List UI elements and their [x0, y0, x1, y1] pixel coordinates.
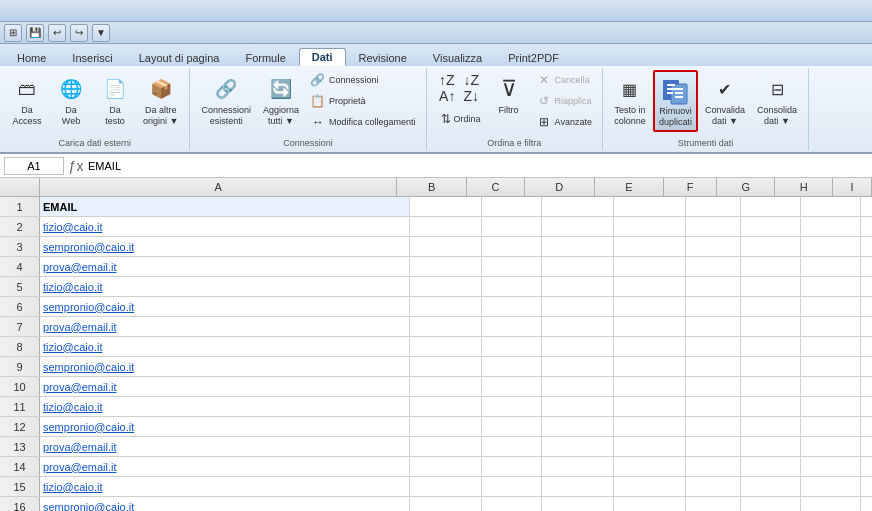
cell-empty[interactable]: [686, 237, 741, 256]
cell-empty[interactable]: [614, 237, 686, 256]
cell-empty[interactable]: [861, 217, 872, 236]
cell-empty[interactable]: [482, 317, 542, 336]
cell-empty[interactable]: [801, 497, 861, 511]
cell-empty[interactable]: [482, 217, 542, 236]
email-link[interactable]: prova@email.it: [43, 261, 117, 273]
cell-empty[interactable]: [614, 437, 686, 456]
cell-a8[interactable]: tizio@caio.it: [40, 337, 410, 356]
undo-btn[interactable]: ↩: [48, 24, 66, 42]
btn-filtro[interactable]: ⊽ Filtro: [488, 70, 530, 119]
cell-empty[interactable]: [861, 497, 872, 511]
cell-empty[interactable]: [861, 237, 872, 256]
cell-empty[interactable]: [741, 257, 801, 276]
cell-empty[interactable]: [542, 377, 614, 396]
email-link[interactable]: sempronio@caio.it: [43, 421, 134, 433]
btn-testo-colonne[interactable]: ▦ Testo incolonne: [609, 70, 651, 130]
tab-visualizza[interactable]: Visualizza: [420, 49, 495, 66]
cell-empty[interactable]: [614, 297, 686, 316]
office-button[interactable]: ⊞: [4, 24, 22, 42]
cell-empty[interactable]: [686, 457, 741, 476]
cell-empty[interactable]: [614, 377, 686, 396]
cell-a2[interactable]: tizio@caio.it: [40, 217, 410, 236]
cell-empty[interactable]: [686, 357, 741, 376]
col-header-g[interactable]: G: [717, 178, 775, 196]
cell-empty[interactable]: [741, 297, 801, 316]
email-link[interactable]: sempronio@caio.it: [43, 241, 134, 253]
cell-empty[interactable]: [861, 377, 872, 396]
cell-empty[interactable]: [741, 397, 801, 416]
cell-empty[interactable]: [686, 217, 741, 236]
email-link[interactable]: prova@email.it: [43, 381, 117, 393]
cell-empty[interactable]: [410, 397, 482, 416]
cell-empty[interactable]: [542, 317, 614, 336]
btn-da-altre[interactable]: 📦 Da altreorigini ▼: [138, 70, 183, 130]
cell-a4[interactable]: prova@email.it: [40, 257, 410, 276]
cell-a12[interactable]: sempronio@caio.it: [40, 417, 410, 436]
cell-empty[interactable]: [542, 297, 614, 316]
col-header-c[interactable]: C: [467, 178, 525, 196]
cell-empty[interactable]: [861, 417, 872, 436]
cell-empty[interactable]: [410, 457, 482, 476]
sort-za-btn[interactable]: ↓ZZ↓: [460, 70, 482, 106]
cell-empty[interactable]: [801, 417, 861, 436]
col-header-i[interactable]: I: [833, 178, 872, 196]
col-header-d[interactable]: D: [525, 178, 595, 196]
btn-connessioni-esistenti[interactable]: 🔗 Connessioniesistenti: [196, 70, 256, 130]
cell-empty[interactable]: [801, 217, 861, 236]
tab-layout[interactable]: Layout di pagina: [126, 49, 233, 66]
email-link[interactable]: tizio@caio.it: [43, 281, 102, 293]
cell-empty[interactable]: [741, 477, 801, 496]
cell-empty[interactable]: [741, 497, 801, 511]
cell-empty[interactable]: [482, 457, 542, 476]
cell-empty[interactable]: [410, 357, 482, 376]
cell-a10[interactable]: prova@email.it: [40, 377, 410, 396]
cell-a13[interactable]: prova@email.it: [40, 437, 410, 456]
cell-empty[interactable]: [614, 337, 686, 356]
cell-a14[interactable]: prova@email.it: [40, 457, 410, 476]
col-header-b[interactable]: B: [397, 178, 467, 196]
cell-empty[interactable]: [686, 197, 741, 216]
cell-empty[interactable]: [542, 397, 614, 416]
btn-ordina[interactable]: ⇅ Ordina: [433, 108, 486, 130]
cell-empty[interactable]: [614, 277, 686, 296]
cell-empty[interactable]: [861, 457, 872, 476]
cell-empty[interactable]: [741, 437, 801, 456]
cell-empty[interactable]: [861, 337, 872, 356]
col-header-f[interactable]: F: [664, 178, 717, 196]
cell-empty[interactable]: [801, 297, 861, 316]
cell-empty[interactable]: [410, 237, 482, 256]
cell-empty[interactable]: [410, 417, 482, 436]
cell-empty[interactable]: [614, 217, 686, 236]
cell-empty[interactable]: [542, 237, 614, 256]
cell-empty[interactable]: [801, 317, 861, 336]
tab-home[interactable]: Home: [4, 49, 59, 66]
cell-empty[interactable]: [614, 257, 686, 276]
cell-empty[interactable]: [614, 457, 686, 476]
email-link[interactable]: tizio@caio.it: [43, 341, 102, 353]
cell-empty[interactable]: [741, 237, 801, 256]
cell-empty[interactable]: [614, 397, 686, 416]
cell-empty[interactable]: [741, 277, 801, 296]
cell-empty[interactable]: [861, 477, 872, 496]
cell-empty[interactable]: [861, 197, 872, 216]
cell-empty[interactable]: [542, 357, 614, 376]
cell-reference[interactable]: [4, 157, 64, 175]
cell-empty[interactable]: [410, 337, 482, 356]
btn-convalida[interactable]: ✔ Convalidadati ▼: [700, 70, 750, 130]
email-link[interactable]: prova@email.it: [43, 441, 117, 453]
cell-empty[interactable]: [482, 357, 542, 376]
email-link[interactable]: sempronio@caio.it: [43, 301, 134, 313]
email-link[interactable]: tizio@caio.it: [43, 221, 102, 233]
cell-empty[interactable]: [614, 417, 686, 436]
email-link[interactable]: prova@email.it: [43, 321, 117, 333]
cell-empty[interactable]: [861, 317, 872, 336]
cell-empty[interactable]: [741, 457, 801, 476]
btn-consolida[interactable]: ⊟ Consolidadati ▼: [752, 70, 802, 130]
cell-empty[interactable]: [801, 237, 861, 256]
cell-empty[interactable]: [542, 337, 614, 356]
cell-empty[interactable]: [482, 437, 542, 456]
cell-empty[interactable]: [686, 497, 741, 511]
cell-empty[interactable]: [614, 357, 686, 376]
cell-empty[interactable]: [482, 417, 542, 436]
btn-da-testo[interactable]: 📄 Datesto: [94, 70, 136, 130]
